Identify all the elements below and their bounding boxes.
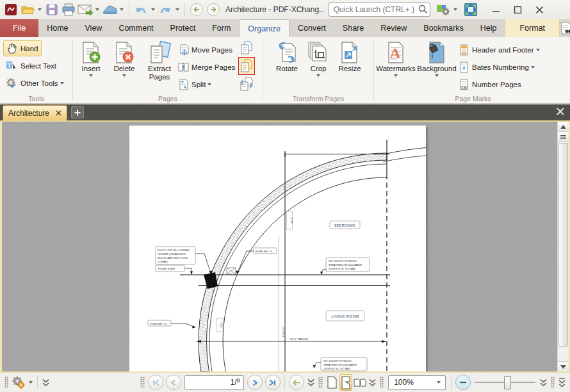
email-dropdown-caret[interactable] — [95, 8, 99, 11]
tab-review[interactable]: Review — [372, 19, 415, 37]
close-button[interactable] — [529, 1, 551, 18]
scan-dropdown-caret[interactable] — [120, 8, 124, 11]
toolbar-drag-handle[interactable] — [551, 377, 555, 388]
status-options-gears-icon[interactable] — [11, 375, 26, 390]
extract-pages-button[interactable]: Extract Pages — [141, 37, 178, 103]
document-tab-close-icon[interactable] — [56, 109, 61, 118]
ui-options-icon[interactable] — [436, 2, 451, 17]
history-chevron-icon[interactable] — [307, 379, 314, 387]
tab-home[interactable]: Home — [38, 19, 76, 37]
zoom-chevron-icon[interactable] — [540, 379, 547, 387]
tab-format[interactable]: Format — [505, 19, 560, 37]
zoom-out-button[interactable] — [455, 375, 471, 390]
split-label: Split — [191, 81, 206, 88]
tab-organize[interactable]: Organize — [239, 19, 289, 37]
watermarks-button[interactable]: A Watermarks — [375, 37, 416, 103]
zoom-level-select[interactable]: 100% — [388, 375, 446, 390]
number-pages-button[interactable]: 1.N Number Pages — [459, 76, 555, 93]
insert-button[interactable]: Insert — [74, 37, 108, 103]
header-footer-button[interactable]: Header and Footer — [459, 41, 555, 58]
last-page-button[interactable] — [265, 375, 281, 390]
scroll-up-button[interactable] — [558, 122, 569, 132]
split-button[interactable]: Split — [178, 76, 237, 93]
find-button[interactable]: Find... — [560, 19, 570, 37]
maximize-button[interactable] — [507, 1, 529, 18]
select-text-button[interactable]: T Select Text — [3, 58, 59, 74]
toolbar-drag-handle[interactable] — [318, 377, 322, 388]
tab-view[interactable]: View — [77, 19, 111, 37]
toolbar-separator — [184, 3, 185, 16]
callout-plywood-floor: 5/8" G1S EXT PLYWOOD SHEATHING ON 2x10 M… — [321, 357, 367, 371]
hand-icon — [6, 43, 17, 54]
first-page-button[interactable] — [148, 375, 163, 390]
status-options-caret[interactable] — [29, 381, 33, 384]
swap-pages-icon[interactable] — [239, 76, 254, 92]
scroll-down-button[interactable] — [558, 361, 569, 372]
close-document-icon[interactable] — [556, 107, 565, 118]
document-tab-architecture[interactable]: Architecture — [3, 105, 67, 120]
vertical-scrollbar[interactable] — [557, 122, 569, 372]
delete-button[interactable]: Delete — [108, 37, 141, 103]
tab-protect[interactable]: Protect — [162, 19, 204, 37]
header-footer-icon — [459, 44, 469, 56]
status-separator — [37, 375, 38, 389]
resize-button[interactable]: Resize — [333, 37, 366, 103]
redo-dropdown-caret[interactable] — [175, 8, 179, 11]
previous-page-button[interactable] — [166, 375, 181, 390]
zoom-slider[interactable] — [475, 375, 535, 389]
next-page-button[interactable] — [247, 375, 263, 390]
tab-comment[interactable]: Comment — [110, 19, 161, 37]
undo-dropdown-caret[interactable] — [151, 8, 155, 11]
tab-convert[interactable]: Convert — [289, 19, 334, 37]
rotate-button[interactable]: Rotate — [270, 37, 304, 103]
toolbar-drag-handle[interactable] — [140, 377, 144, 388]
toolbar-drag-handle[interactable] — [380, 377, 384, 388]
other-tools-button[interactable]: Other Tools — [3, 75, 69, 91]
scrollbar-thumb[interactable] — [558, 143, 568, 347]
save-icon[interactable] — [44, 2, 60, 17]
tab-form[interactable]: Form — [204, 19, 239, 37]
scan-icon[interactable] — [102, 2, 117, 17]
move-pages-button[interactable]: Move Pages — [178, 41, 237, 58]
nav-back-icon[interactable] — [189, 2, 204, 17]
fullscreen-icon[interactable] — [463, 2, 478, 17]
ui-options-caret[interactable] — [453, 8, 457, 11]
layout-chevron-icon[interactable] — [369, 379, 376, 387]
crop-button[interactable]: Crop — [304, 37, 333, 103]
single-page-layout-button[interactable] — [325, 374, 338, 391]
copy-pages-icon[interactable] — [239, 40, 254, 56]
toolbar-drag-handle[interactable] — [4, 377, 8, 388]
open-dropdown-caret[interactable] — [38, 8, 42, 11]
redo-icon[interactable] — [158, 2, 173, 17]
undo-icon[interactable] — [133, 2, 149, 17]
document-page[interactable]: 2x6 P.T. TOP SILL CURVED LEDGER C/W ANCH… — [129, 126, 426, 372]
tab-share[interactable]: Share — [334, 19, 372, 37]
svg-text:FORM SET #3: FORM SET #3 — [256, 250, 273, 253]
continuous-layout-button-selected[interactable] — [339, 374, 352, 391]
zoom-select-caret — [437, 381, 441, 384]
scroll-options-button[interactable] — [558, 132, 569, 142]
background-button[interactable]: Background — [416, 37, 457, 103]
svg-text:LEDGER C/W ANCHOR: LEDGER C/W ANCHOR — [158, 252, 186, 256]
new-document-tab-button[interactable] — [71, 106, 84, 118]
bates-numbering-button[interactable]: # Bates Numbering — [459, 58, 555, 76]
tab-file[interactable]: File — [0, 19, 38, 37]
duplicate-pages-icon-highlighted[interactable] — [239, 58, 254, 74]
two-page-layout-button[interactable] — [354, 374, 366, 391]
ribbon-group-tools: Hand T Select Text Other Tools Tools — [0, 37, 72, 103]
print-icon[interactable] — [61, 2, 76, 17]
open-icon[interactable] — [20, 2, 35, 17]
zoom-slider-thumb[interactable] — [504, 376, 511, 389]
previous-view-button[interactable] — [289, 375, 304, 390]
quick-launch-input[interactable] — [329, 3, 430, 17]
merge-pages-button[interactable]: Merge Pages — [178, 58, 237, 76]
expand-toolbar-chevron-icon[interactable] — [42, 379, 49, 387]
hand-tool-button[interactable]: Hand — [3, 40, 42, 56]
tab-bookmarks[interactable]: Bookmarks — [415, 19, 472, 37]
minimize-button[interactable] — [485, 1, 507, 18]
page-number-input[interactable]: 1/ 9 — [184, 375, 245, 390]
nav-forward-icon[interactable] — [206, 2, 221, 17]
expand-panel-chevron-icon[interactable] — [558, 378, 566, 388]
tab-help[interactable]: Help — [472, 19, 505, 37]
email-icon[interactable] — [77, 2, 93, 17]
